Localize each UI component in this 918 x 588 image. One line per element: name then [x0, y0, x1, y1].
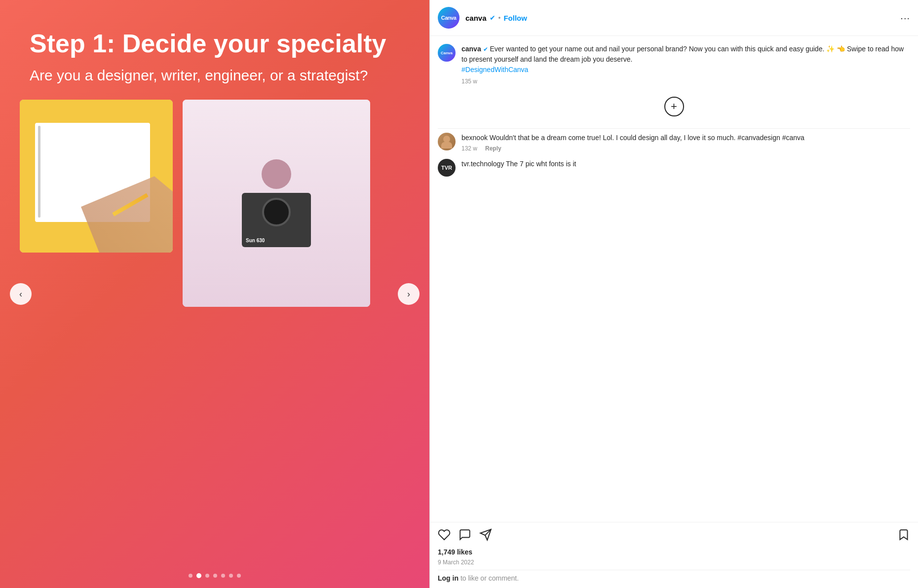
comment-1-time: 132 w — [461, 145, 477, 152]
avatar[interactable]: Canva — [438, 7, 459, 29]
slide-images: Sun 630 — [0, 100, 429, 307]
camera-image: Sun 630 — [183, 100, 370, 307]
login-link[interactable]: Log in — [438, 574, 459, 582]
action-icons — [438, 526, 910, 546]
carousel-panel: Step 1: Decide your specialty Are you a … — [0, 0, 429, 588]
camera-visual: Sun 630 — [183, 100, 370, 307]
dot-7[interactable] — [237, 574, 241, 578]
comment-2-body: The 7 pic wht fonts is it — [506, 160, 576, 168]
caption-text: canva ✔ Ever wanted to get your name out… — [461, 44, 910, 75]
tvr-avatar-initials: TVR — [441, 165, 452, 171]
comment-2-username[interactable]: tvr.technology — [461, 160, 504, 168]
next-slide-button[interactable]: › — [398, 283, 420, 305]
caption-row: Canva canva ✔ Ever wanted to get your na… — [438, 44, 910, 85]
header-info: canva ✔ • Follow — [465, 14, 900, 22]
more-options-button[interactable]: ··· — [900, 12, 910, 24]
caption-verified: ✔ — [483, 46, 488, 53]
dot-6[interactable] — [229, 574, 233, 578]
post-detail-panel: Canva canva ✔ • Follow ··· Canva canva ✔… — [429, 0, 918, 588]
bexnook-avatar[interactable] — [438, 133, 456, 150]
view-more-comments-button[interactable]: + — [664, 97, 684, 116]
comment-1-username[interactable]: bexnook — [461, 134, 488, 142]
carousel-dots — [189, 573, 241, 578]
notebook-image — [20, 100, 173, 253]
post-header: Canva canva ✔ • Follow ··· — [430, 0, 918, 36]
caption-username[interactable]: canva — [461, 45, 481, 53]
caption-content: canva ✔ Ever wanted to get your name out… — [461, 44, 910, 85]
share-button[interactable] — [479, 528, 492, 544]
camera-body: Sun 630 — [242, 193, 311, 247]
comment-1-meta: 132 w Reply — [461, 145, 804, 152]
caption-area: Canva canva ✔ Ever wanted to get your na… — [430, 36, 918, 522]
comment-1-reply-button[interactable]: Reply — [485, 145, 501, 152]
slide-content: Step 1: Decide your specialty Are you a … — [0, 0, 429, 85]
comment-1-body: Wouldn't that be a dream come true! Lol.… — [490, 134, 738, 142]
like-button[interactable] — [438, 528, 451, 544]
tvr-avatar[interactable]: TVR — [438, 159, 456, 177]
login-prompt: Log in to like or comment. — [438, 570, 910, 586]
follow-button[interactable]: Follow — [503, 14, 527, 22]
notebook-visual — [20, 100, 173, 253]
step-title: Step 1: Decide your specialty — [30, 30, 400, 58]
caption-hashtag[interactable]: #DesignedWithCanva — [461, 66, 528, 74]
actions-bar: 1,749 likes 9 March 2022 Log in to like … — [430, 522, 918, 588]
post-date: 9 March 2022 — [438, 558, 910, 570]
dot-3[interactable] — [205, 574, 209, 578]
canva-logo: Canva — [441, 15, 457, 21]
comment-1-content: bexnook Wouldn't that be a dream come tr… — [461, 133, 804, 152]
separator: • — [498, 14, 501, 22]
caption-avatar[interactable]: Canva — [438, 44, 456, 62]
comment-button[interactable] — [459, 528, 471, 544]
caption-canva-logo: Canva — [441, 51, 453, 55]
comment-2-content: tvr.technology The 7 pic wht fonts is it — [461, 159, 576, 177]
hand-visual — [81, 176, 173, 253]
comment-1-hashtags[interactable]: #canvadesign #canva — [737, 134, 804, 142]
dot-1[interactable] — [189, 574, 192, 578]
verified-icon: ✔ — [490, 14, 496, 22]
divider-1 — [438, 128, 910, 129]
dot-5[interactable] — [221, 574, 225, 578]
comment-1-text: bexnook Wouldn't that be a dream come tr… — [461, 133, 804, 143]
likes-count: 1,749 likes — [438, 546, 910, 558]
caption-time: 135 w — [461, 78, 910, 85]
comment-row-1: bexnook Wouldn't that be a dream come tr… — [438, 133, 910, 152]
comment-2-text: tvr.technology The 7 pic wht fonts is it — [461, 159, 576, 169]
header-username[interactable]: canva — [465, 14, 487, 22]
step-subtitle: Are you a designer, writer, engineer, or… — [30, 66, 400, 85]
prev-slide-button[interactable]: ‹ — [10, 283, 32, 305]
comment-row-2: TVR tvr.technology The 7 pic wht fonts i… — [438, 159, 910, 177]
caption-body: Ever wanted to get your name out and nai… — [461, 45, 904, 63]
login-suffix: to like or comment. — [459, 574, 519, 582]
dot-4[interactable] — [213, 574, 217, 578]
camera-label: Sun 630 — [246, 238, 265, 243]
dot-2[interactable] — [196, 573, 201, 578]
bookmark-button[interactable] — [897, 528, 910, 544]
